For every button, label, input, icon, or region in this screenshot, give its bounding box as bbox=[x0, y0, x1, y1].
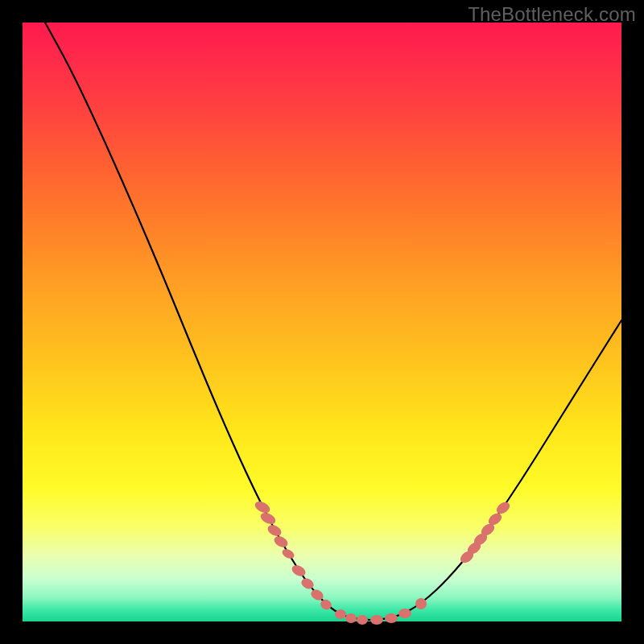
bottleneck-curve bbox=[45, 23, 621, 620]
bead bbox=[290, 563, 308, 578]
bead bbox=[272, 534, 290, 549]
bead-group-bottom bbox=[335, 598, 427, 625]
bead bbox=[415, 598, 427, 609]
bead bbox=[398, 609, 411, 618]
curve-svg bbox=[23, 23, 621, 621]
bead bbox=[258, 510, 277, 526]
bead bbox=[253, 499, 271, 515]
bead bbox=[385, 613, 398, 623]
bead bbox=[266, 522, 283, 538]
bead bbox=[345, 613, 357, 623]
bead bbox=[281, 547, 296, 560]
bead bbox=[357, 615, 368, 625]
bead-group-right bbox=[458, 500, 512, 565]
plot-area bbox=[23, 23, 621, 621]
bead-group-left bbox=[253, 499, 333, 612]
bead bbox=[370, 615, 383, 625]
chart-frame: TheBottleneck.com bbox=[0, 0, 644, 644]
bead bbox=[335, 609, 346, 619]
